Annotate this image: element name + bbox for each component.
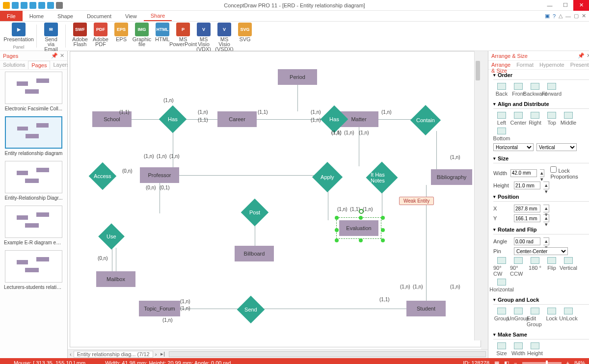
align-middle[interactable]: Middle — [560, 112, 577, 126]
ribbon-adobe-flash[interactable]: SWFAdobe Flash — [70, 23, 90, 52]
rotate-vertical[interactable]: Vertical — [560, 257, 577, 277]
y-spinner[interactable]: ▴▾ — [543, 214, 549, 222]
entity-bibliography[interactable]: Bibliography — [431, 169, 472, 185]
qa-open-icon[interactable] — [21, 2, 27, 9]
selection-box[interactable] — [336, 217, 381, 239]
resize-handle[interactable] — [335, 238, 339, 242]
sec-position[interactable]: Position — [493, 192, 589, 202]
resize-handle[interactable] — [359, 216, 363, 220]
tab-share[interactable]: Share — [144, 11, 172, 21]
page-thumb-0[interactable]: Electronic Facsimile Coll... — [2, 72, 65, 111]
sec-align[interactable]: Align and Distribute — [493, 100, 589, 109]
sec-size[interactable]: Size — [493, 154, 589, 163]
connector[interactable] — [116, 248, 116, 271]
rt-tab-hypernote[interactable]: Hypernote — [536, 61, 567, 69]
resize-handle[interactable] — [381, 228, 385, 232]
width-input[interactable] — [510, 169, 537, 177]
tab-document[interactable]: Document — [80, 11, 118, 21]
ribbon-graphic-file[interactable]: IMGGraphic file — [132, 23, 152, 52]
ribbon-email[interactable]: ✉ Send via Email — [41, 23, 61, 52]
tab-home[interactable]: Home — [23, 11, 51, 21]
minimize-button[interactable]: — — [542, 0, 558, 11]
width-spinner[interactable]: ▴▾ — [540, 169, 545, 177]
order-backward[interactable]: Backward — [527, 83, 543, 97]
rotate--ccw[interactable]: 90° CCW — [510, 257, 527, 277]
page-thumb-1[interactable]: Entity relationship diagram — [2, 116, 65, 156]
align-bottom[interactable]: Bottom — [493, 128, 510, 141]
close-panel-icon[interactable]: ✕ — [587, 52, 589, 59]
sec-order[interactable]: Order — [493, 71, 589, 80]
rotate-horizontal[interactable]: Horizontal — [493, 279, 510, 292]
rt-tab-arrange[interactable]: Arrange & Size — [488, 61, 513, 69]
group-ungroup[interactable]: UnGroup — [510, 308, 527, 327]
relation-has2[interactable]: Has — [321, 105, 348, 133]
height-spinner[interactable]: ▴▾ — [543, 182, 549, 189]
sheet-end-icon[interactable]: ▸| — [159, 351, 167, 357]
horizontal-scrollbar[interactable] — [169, 351, 486, 357]
sheet-next-icon[interactable]: › — [153, 351, 159, 357]
entity-period[interactable]: Period — [278, 69, 317, 85]
group-unlock[interactable]: UnLock — [560, 308, 577, 327]
entity-student[interactable]: Student — [406, 301, 446, 316]
nav-prev-icon[interactable]: △ — [559, 13, 562, 19]
connector[interactable] — [297, 85, 298, 111]
entity-billboard[interactable]: Billboard — [235, 246, 274, 261]
qa-redo-icon[interactable] — [38, 2, 45, 9]
sheet-prev-icon[interactable]: ‹ — [68, 351, 74, 357]
relation-access[interactable]: Access — [89, 162, 117, 190]
rt-tab-presentation[interactable]: Presentation — [567, 61, 589, 69]
nav-home-icon[interactable]: — — [565, 13, 571, 19]
align-top[interactable]: Top — [543, 112, 560, 126]
order-back[interactable]: Back — [493, 83, 510, 97]
align-h-select[interactable]: Horizontal — [493, 143, 534, 151]
file-menu[interactable]: File — [0, 11, 23, 21]
connector[interactable] — [112, 246, 112, 271]
resize-handle[interactable] — [335, 228, 339, 232]
angle-spinner[interactable]: ▴▾ — [543, 237, 549, 245]
ribbon-svg[interactable]: SVGSVG — [235, 23, 255, 52]
connector[interactable] — [173, 131, 173, 167]
same-width[interactable]: Width — [510, 342, 527, 356]
lock-prop-checkbox[interactable] — [550, 166, 557, 173]
rotate-flip[interactable]: Flip — [543, 257, 560, 277]
qa-new-icon[interactable] — [12, 2, 19, 9]
resize-handle[interactable] — [359, 238, 363, 242]
ribbon-presentation[interactable]: ▶ Presentation — [5, 23, 32, 42]
qa-save-icon[interactable] — [47, 2, 54, 9]
close-button[interactable]: ✕ — [573, 0, 589, 11]
relation-notes[interactable]: It Has Notes — [366, 161, 398, 193]
group-lock[interactable]: Lock — [543, 308, 560, 327]
sheet-tab[interactable]: Entity relationship diag... (7/12 — [74, 351, 153, 358]
align-left[interactable]: Left — [493, 112, 510, 126]
tab-shape[interactable]: Shape — [51, 11, 80, 21]
connector[interactable] — [132, 119, 163, 120]
entity-topic[interactable]: Topic_Forum — [139, 301, 180, 316]
nav-next-icon[interactable]: ▢ — [574, 13, 579, 19]
resize-handle[interactable] — [381, 216, 385, 220]
entity-professor[interactable]: Professor — [140, 167, 179, 183]
same-size[interactable]: Size — [493, 342, 510, 356]
status-icon2[interactable]: ◧ — [504, 360, 509, 364]
x-spinner[interactable]: ▴▾ — [543, 205, 549, 212]
sec-same[interactable]: Make Same — [493, 330, 589, 339]
entity-mailbox[interactable]: Mailbox — [96, 271, 135, 287]
zoom-slider[interactable] — [522, 362, 562, 364]
height-input[interactable] — [514, 182, 540, 189]
sec-rotate[interactable]: Rotate and Flip — [493, 225, 589, 234]
vertical-scrollbar[interactable] — [474, 51, 481, 340]
tab-solutions[interactable]: Solutions — [0, 61, 28, 69]
ribbon-ms-visio-vdx-[interactable]: VMS Visio (VDX) — [193, 23, 214, 52]
connector[interactable] — [179, 175, 317, 176]
page-thumb-3[interactable]: Example E-R diagram ext... — [2, 206, 65, 245]
page-thumb-2[interactable]: Entity-Relationship Diagr... — [2, 161, 65, 201]
zoom-in-icon[interactable]: + — [566, 360, 569, 364]
rotate--[interactable]: 180 ° — [527, 257, 543, 277]
ribbon-adobe-pdf[interactable]: PDFAdobe PDF — [90, 23, 111, 52]
relation-apply[interactable]: Apply — [312, 162, 343, 192]
entity-career[interactable]: Career — [217, 111, 257, 127]
rotate-handle[interactable] — [359, 209, 364, 214]
order-forward[interactable]: Forward — [543, 83, 560, 97]
qa-print-icon[interactable] — [56, 2, 63, 9]
tab-view[interactable]: View — [118, 11, 144, 21]
connector[interactable] — [261, 309, 406, 309]
